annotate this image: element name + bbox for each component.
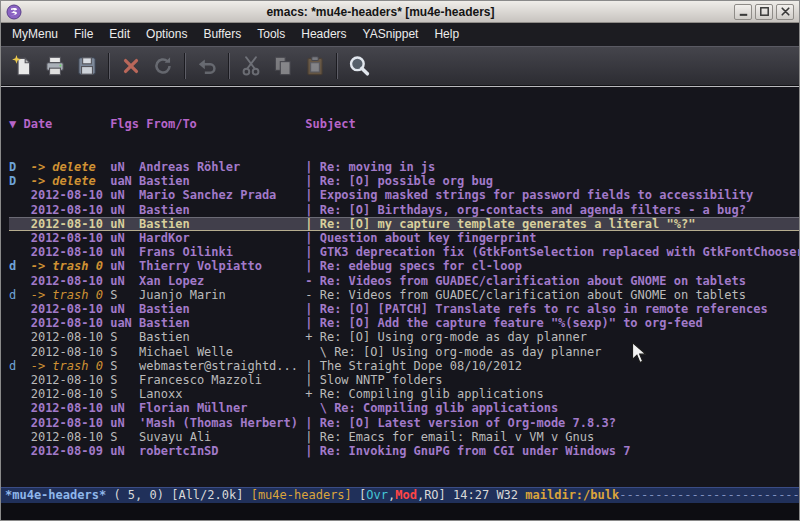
- message-subject: + Re: Compiling glib applications: [305, 387, 543, 401]
- message-date: -> trash 0: [31, 288, 110, 302]
- search-icon: [347, 54, 371, 78]
- paste-button[interactable]: [299, 50, 331, 82]
- paste-icon: [303, 54, 327, 78]
- message-sender: Juanjo Marin: [139, 288, 305, 302]
- mark-indicator: [9, 444, 31, 458]
- message-row[interactable]: D -> delete uaN Bastien | Re: [O] possib…: [9, 174, 799, 188]
- menu-mymenu[interactable]: MyMenu: [4, 23, 66, 46]
- close-icon: [779, 5, 792, 18]
- mode-line[interactable]: *mu4e-headers* ( 5, 0) [All/2.0k] [mu4e-…: [1, 487, 799, 503]
- mark-indicator: D: [9, 160, 31, 174]
- message-sender: Bastien: [139, 330, 305, 344]
- mark-indicator: [9, 316, 31, 330]
- message-date: 2012-08-10: [31, 217, 110, 231]
- mark-indicator: D: [9, 174, 31, 188]
- message-row[interactable]: 2012-08-10 uN Florian Müllner \ Re: Comp…: [9, 401, 799, 415]
- message-flags: uN: [110, 416, 139, 430]
- header-line: ▼ Date Flgs From/To Subject: [9, 117, 799, 131]
- title-bar[interactable]: emacs: *mu4e-headers* [mu4e-headers]: [1, 1, 799, 23]
- message-row[interactable]: 2012-08-10 uN Xan Lopez - Re: Videos fro…: [9, 274, 799, 288]
- message-sender: Xan Lopez: [139, 274, 305, 288]
- message-subject: \ Re: [O] Using org-mode as day planner: [305, 345, 601, 359]
- modeline-segment-plain: [All/2.0k]: [171, 488, 250, 502]
- revert-button[interactable]: [147, 50, 179, 82]
- message-date: 2012-08-10: [31, 416, 110, 430]
- message-sender: Mario Sanchez Prada: [139, 188, 305, 202]
- message-row[interactable]: 2012-08-10 uaN Bastien | Re: [O] Add the…: [9, 316, 799, 330]
- copy-icon: [271, 54, 295, 78]
- modeline-segment-red: Mod: [395, 488, 417, 502]
- message-row[interactable]: 2012-08-10 S Lanoxx + Re: Compiling glib…: [9, 387, 799, 401]
- message-flags: uN: [110, 444, 139, 458]
- menu-buffers[interactable]: Buffers: [195, 23, 249, 46]
- toolbar-separator: [336, 53, 338, 79]
- mark-indicator: [9, 203, 31, 217]
- modeline-segment-plain: RO: [424, 488, 438, 502]
- toolbar-separator: [184, 53, 186, 79]
- undo-button[interactable]: [191, 50, 223, 82]
- message-row[interactable]: 2012-08-10 S Bastien + Re: [O] Using org…: [9, 330, 799, 344]
- menu-tools[interactable]: Tools: [249, 23, 293, 46]
- message-sender: webmaster@straightd...: [139, 359, 305, 373]
- mark-indicator: d: [9, 359, 31, 373]
- menu-file[interactable]: File: [66, 23, 101, 46]
- close-button[interactable]: [115, 50, 147, 82]
- message-sender: Bastien: [139, 302, 305, 316]
- mark-indicator: [9, 345, 31, 359]
- modeline-segment-plain: ]: [439, 488, 453, 502]
- minibuffer[interactable]: [1, 503, 799, 520]
- copy-button[interactable]: [267, 50, 299, 82]
- message-row[interactable]: 2012-08-10 uN Bastien | Re: [O] [PATCH] …: [9, 302, 799, 316]
- maximize-button[interactable]: [755, 4, 773, 20]
- toolbar-separator: [228, 53, 230, 79]
- message-date: 2012-08-10: [31, 430, 110, 444]
- message-row[interactable]: d -> trash 0 uN Thierry Volpiatto | Re: …: [9, 259, 799, 273]
- message-row[interactable]: 2012-08-10 uN 'Mash (Thomas Herbert) | R…: [9, 416, 799, 430]
- message-row[interactable]: d -> trash 0 S webmaster@straightd... | …: [9, 359, 799, 373]
- message-flags: uN: [110, 203, 139, 217]
- message-flags: S: [110, 288, 139, 302]
- emacs-window: emacs: *mu4e-headers* [mu4e-headers] MyM…: [0, 0, 800, 521]
- message-row[interactable]: 2012-08-10 S Suvayu Ali | Re: Emacs for …: [9, 430, 799, 444]
- maximize-icon: [758, 5, 771, 18]
- close-button[interactable]: [776, 4, 794, 20]
- message-row[interactable]: d -> trash 0 S Juanjo Marin - Re: Videos…: [9, 288, 799, 302]
- message-date: 2012-08-10: [31, 401, 110, 415]
- message-flags: uN: [110, 217, 139, 231]
- message-subject: | Re: [O] possible org bug: [305, 174, 493, 188]
- menu-yasnippet[interactable]: YASnippet: [355, 23, 427, 46]
- message-flags: S: [110, 330, 139, 344]
- message-flags: uN: [110, 160, 139, 174]
- message-row[interactable]: 2012-08-10 S Michael Welle \ Re: [O] Usi…: [9, 345, 799, 359]
- message-row[interactable]: 2012-08-10 uN Frans Oilinki | GTK3 depre…: [9, 245, 799, 259]
- message-row[interactable]: 2012-08-09 uN robertcInSD | Re: Invoking…: [9, 444, 799, 458]
- mark-indicator: [9, 430, 31, 444]
- message-row[interactable]: 2012-08-10 S Francesco Mazzoli | Slow NN…: [9, 373, 799, 387]
- message-sender: Bastien: [139, 316, 305, 330]
- message-row[interactable]: 2012-08-10 uN Bastien | Re: [O] my captu…: [9, 217, 799, 231]
- message-row[interactable]: 2012-08-10 uN Mario Sanchez Prada | Expo…: [9, 188, 799, 202]
- minimize-button[interactable]: [734, 4, 752, 20]
- modeline-segment-folder: maildir:/bulk: [525, 488, 619, 502]
- message-date: 2012-08-10: [31, 330, 110, 344]
- search-button[interactable]: [343, 50, 375, 82]
- message-flags: S: [110, 387, 139, 401]
- message-flags: S: [110, 373, 139, 387]
- menu-headers[interactable]: Headers: [293, 23, 354, 46]
- message-date: -> trash 0: [31, 359, 110, 373]
- save-button[interactable]: [71, 50, 103, 82]
- menu-edit[interactable]: Edit: [101, 23, 138, 46]
- message-date: 2012-08-10: [31, 274, 110, 288]
- message-row[interactable]: 2012-08-10 uN HardKor | Question about k…: [9, 231, 799, 245]
- cut-button[interactable]: [235, 50, 267, 82]
- menu-options[interactable]: Options: [138, 23, 195, 46]
- message-subject: | Re: [O] my capture template generates …: [305, 217, 695, 231]
- new-file-button[interactable]: [7, 50, 39, 82]
- message-row[interactable]: D -> delete uN Andreas Röhler | Re: movi…: [9, 160, 799, 174]
- message-subject: - Re: Videos from GUADEC/clarification a…: [305, 274, 746, 288]
- message-date: 2012-08-10: [31, 387, 110, 401]
- menu-help[interactable]: Help: [426, 23, 467, 46]
- mark-indicator: [9, 231, 31, 245]
- print-button[interactable]: [39, 50, 71, 82]
- message-row[interactable]: 2012-08-10 uN Bastien | Re: [O] Birthday…: [9, 203, 799, 217]
